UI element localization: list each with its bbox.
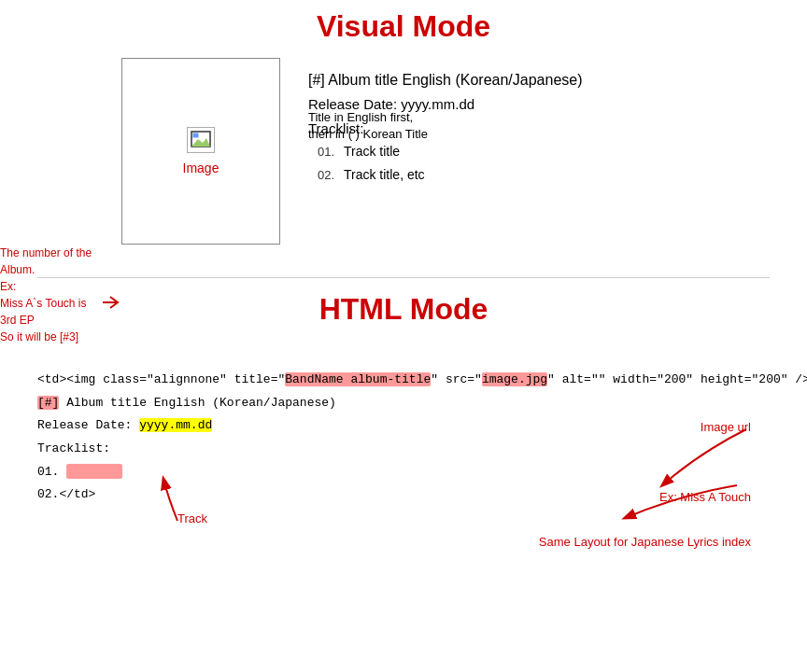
title-annotation: Title in English first, then in ( ) Kore…	[308, 109, 428, 143]
html-mode-section: HTML Mode Image url <td><img class="alig…	[0, 278, 807, 563]
highlight-hash: [#]	[37, 396, 59, 410]
track-title-2: Track title, etc	[344, 163, 425, 187]
visual-mode-title: Visual Mode	[0, 0, 807, 58]
track-arrow	[149, 469, 205, 525]
highlight-date: yyyy.mm.dd	[139, 418, 212, 432]
html-mode-container: Image url <td><img class="alignnone" tit…	[0, 369, 807, 563]
bottom-note: Same Layout for Japanese Lyrics index	[539, 535, 751, 549]
visual-mode-container: The number of the Album. Ex: Miss A`s To…	[0, 58, 807, 268]
code-line-2: [#] Album title English (Korean/Japanese…	[37, 392, 770, 415]
visual-mode-section: Visual Mode The number of the Album. Ex:…	[0, 0, 807, 268]
image-label-text: Image	[183, 161, 219, 175]
album-image-box: Image	[121, 58, 280, 245]
track-item-2: 02. Track title, etc	[318, 163, 770, 187]
tracklist: 01. Track title 02. Track title, etc	[318, 140, 770, 187]
track-title-1: Track title	[344, 140, 400, 163]
track-item-1: 01. Track title	[318, 140, 770, 163]
album-number-arrow	[101, 293, 120, 312]
album-number-annotation: The number of the Album. Ex: Miss A`s To…	[0, 245, 103, 345]
ex-miss-a-arrow	[569, 476, 756, 532]
highlight-bandname: BandName album-title	[285, 372, 431, 386]
album-title: [#] Album title English (Korean/Japanese…	[299, 67, 770, 92]
highlight-track-placeholder	[66, 464, 122, 479]
image-icon	[187, 127, 215, 153]
svg-rect-1	[193, 133, 198, 137]
highlight-imagejpg: image.jpg	[482, 372, 547, 386]
html-mode-title: HTML Mode	[0, 278, 807, 341]
code-line-1: <td><img class="alignnone" title="BandNa…	[37, 369, 770, 392]
